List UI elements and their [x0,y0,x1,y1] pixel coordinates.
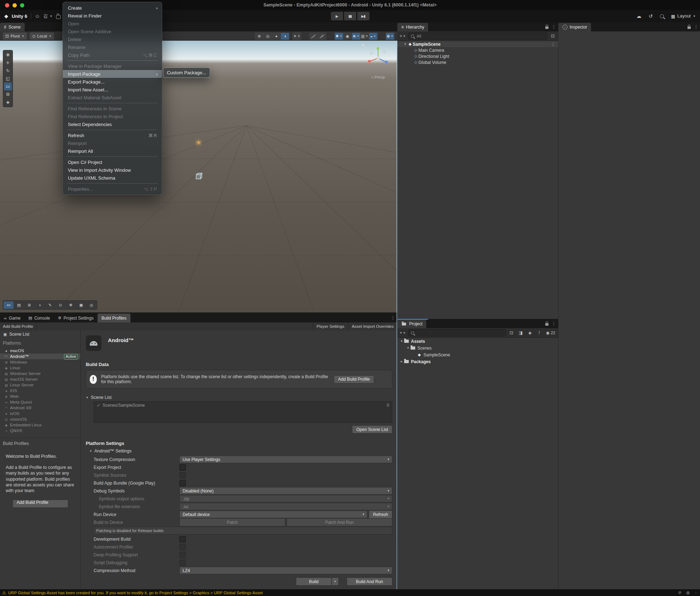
hierarchy-row-main-camera[interactable]: ◇Main Camera [397,47,558,53]
cloud-icon[interactable]: ☁ [636,13,641,19]
handle-space-dropdown[interactable]: ◇ Local ▼ [30,32,54,40]
visibility-count[interactable]: ◉ 22 [545,330,557,335]
overlay-toggle-icon[interactable]: ▥▼ [361,33,369,40]
platform-item-embedded-linux[interactable]: ◆Embedded Linux [0,422,80,428]
log-icon[interactable]: ! [535,329,543,336]
orientation-gizmo[interactable] [362,41,394,74]
compression-method-dropdown[interactable]: LZ4▼ [179,567,392,574]
menu-item-view-in-import-activity-window[interactable]: View in Import Activity Window [63,166,162,174]
notifications-muted-icon[interactable]: ⊘ [678,590,681,595]
debug-icon[interactable]: ✶▼ [293,33,301,40]
scene-cube-icon[interactable] [194,171,203,182]
axis-y-tip[interactable] [377,47,379,50]
export-project-checkbox[interactable] [179,464,186,471]
axis-z-tip[interactable] [385,61,388,63]
rect-mode-icon[interactable]: ▭ [4,301,14,309]
kebab-menu-icon[interactable]: ⋮ [552,321,556,326]
picker-icon[interactable]: ⊡ [549,32,557,40]
paint-icon[interactable]: ✎ [45,301,55,309]
run-device-dropdown[interactable]: Default device▼ [179,511,367,518]
tab-hierarchy[interactable]: ≡ Hierarchy [397,23,428,31]
build-and-run-button[interactable]: Build And Run [347,577,392,586]
camera-preview-icon[interactable]: ◒▼ [369,33,377,40]
scene-list-item[interactable]: ✓ Scenes/SampleScene 0 [94,402,392,409]
platform-item-meta-quest[interactable]: ∞Meta Quest [0,399,80,405]
compass-icon[interactable]: ◎ [86,301,96,309]
scene-list-foldout[interactable]: ▼ Scene List [86,395,392,400]
project-row-samplescene[interactable]: ◆SampleScene [397,351,558,358]
kebab-menu-icon[interactable]: ⋮ [694,24,698,29]
android-settings-foldout[interactable]: ▼ Android™ Settings [89,449,392,454]
project-search-input[interactable] [408,329,506,336]
effects-mute-icon[interactable]: ✦ [318,33,326,40]
view-tool-icon[interactable]: ✥ [4,51,12,59]
perspective-label[interactable]: < Persp [362,75,394,79]
bell-icon[interactable]: ◍ [686,590,690,595]
shaded-icon[interactable]: ● [272,33,281,40]
menu-item-export-package[interactable]: Export Package... [63,78,162,86]
tab-inspector[interactable]: i Inspector [558,23,591,31]
custom-tool-icon[interactable]: ◈ [4,98,12,106]
label-icon[interactable]: ◈ [526,329,534,336]
axis-x-tip[interactable] [368,60,371,62]
hierarchy-search-input[interactable]: All [408,32,547,40]
history-icon[interactable]: ↺ [649,13,653,19]
package-visibility-icon[interactable]: ◨ [517,329,525,336]
account-icon[interactable]: ☺ [35,13,40,19]
kebab-menu-icon[interactable]: ⋮ [391,315,395,320]
platform-item-visionos[interactable]: ◎visionOS [0,416,80,422]
asset-store-bag-icon[interactable] [56,15,61,19]
context-submenu-item-custom-package[interactable]: Custom Package... [163,67,210,78]
build-button[interactable]: Build [296,577,332,586]
account-menu[interactable]: 김 ▼ [43,13,52,19]
build-app-bundle-google-play-checkbox[interactable] [179,480,186,486]
menu-item-create[interactable]: Create› [63,4,162,12]
texture-compression-dropdown[interactable]: Use Player Settings▼ [179,456,392,463]
pause-button[interactable]: ▮▮ [344,12,356,20]
platform-item-macos-server[interactable]: ▤macOS Server [0,376,80,382]
step-button[interactable]: ▶▮ [357,12,369,20]
layers-icon[interactable]: ▤ [14,301,24,309]
menu-item-refresh[interactable]: Refresh⌘R [63,131,162,139]
picker-icon[interactable]: ⊡ [507,329,515,336]
scale-tool-icon[interactable]: ◱ [4,75,12,82]
tab-build-profiles[interactable]: Build Profiles [98,314,130,322]
foldout-arrow-icon[interactable]: ▼ [406,346,410,350]
platform-item-linux-server[interactable]: ▤Linux Server [0,382,80,388]
foldout-arrow-icon[interactable]: ▼ [399,340,404,343]
rect-tool-icon[interactable]: ▭ [4,82,12,90]
foldout-arrow-icon[interactable]: ▼ [403,42,407,46]
add-build-profile-button[interactable]: Add Build Profile [13,500,68,508]
debug-symbols-dropdown[interactable]: Disabled (None)▼ [179,487,392,495]
menu-item-import-package[interactable]: Import Package› [63,70,162,78]
menu-item-open-c-project[interactable]: Open C# Project [63,158,162,166]
tab-project-settings[interactable]: ⚙Project Settings [54,314,98,322]
gizmos-icon[interactable]: ⊕▼ [386,33,394,40]
scene-viewport[interactable]: ☀ ✥✛↻◱▭⊞◈ ▭▤⊞◑✎⊙✥▣◎ ≡ < Persp [0,41,397,312]
add-asset-button[interactable]: + ▼ [399,329,407,336]
audio-mute-icon[interactable]: ♪ [309,33,318,40]
activity-icon[interactable]: ◌ [695,590,697,595]
sidebar-item-scene-list[interactable]: ▣ Scene List [0,330,80,338]
lock-icon[interactable] [545,323,548,326]
menu-item-reimport-all[interactable]: Reimport All [63,147,162,155]
tab-game[interactable]: ∞Game [0,314,25,322]
shading-mode-icon[interactable]: ⊕ [255,33,263,40]
wireframe-icon[interactable]: ◎ [264,33,272,40]
tab-console[interactable]: ▤Console [25,314,54,322]
gizmo-center[interactable] [377,56,380,60]
development-build-checkbox[interactable] [179,536,186,542]
kebab-menu-icon[interactable]: ⋮ [552,24,556,29]
rotate-tool-icon[interactable]: ↻ [4,67,12,75]
platform-item-web[interactable]: ⊕Web [0,394,80,399]
asset-import-overrides-button[interactable]: Asset Import Overrides [348,324,397,329]
transform-tool-icon[interactable]: ⊞ [4,90,12,98]
panel-splitter[interactable] [396,41,397,589]
grid-icon[interactable]: ⊞ [24,301,34,309]
check-icon[interactable]: ✓ [97,403,100,408]
platform-item-windows[interactable]: ⊞Windows [0,359,80,365]
platform-item-ios[interactable]: ●iOS [0,388,80,394]
open-scene-list-button[interactable]: Open Scene List [352,425,392,434]
platform-item-macos[interactable]: ●macOS [0,348,80,354]
zoom-icon[interactable]: ⊙ [55,301,65,309]
